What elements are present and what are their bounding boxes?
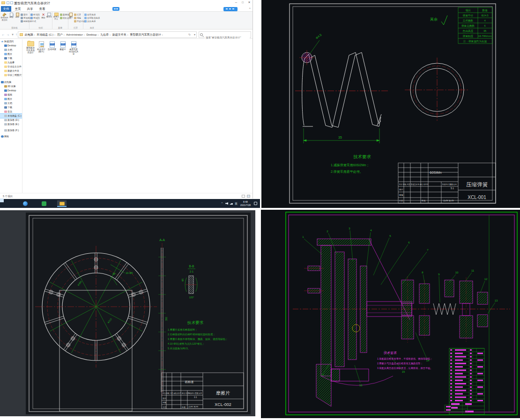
taskbar-green-app-button[interactable] <box>39 200 49 207</box>
explorer-icon <box>59 202 65 206</box>
sidebar-item-disk-d[interactable]: 新加卷 (D:) <box>0 118 22 122</box>
spring-side-view: Φ4.5 35 <box>295 33 388 143</box>
sidebar-item-pc-desktop[interactable]: Desktop <box>0 88 22 93</box>
crumb-disk-c[interactable]: 本地磁盘 (C:) <box>37 32 53 38</box>
hole-dia-label: Φ5 <box>182 278 184 281</box>
section-label: A-A <box>159 238 165 242</box>
move-to-button[interactable]: 移动到 <box>30 13 40 16</box>
sidebar-item-3d-drawings-folder[interactable]: 毕设三维图尺寸不全 <box>0 73 22 77</box>
copy-to-button[interactable]: 复制到 <box>30 16 40 20</box>
sidebar-item-network[interactable]: 网络 <box>0 134 22 139</box>
sidebar-item-disk-e[interactable]: 新加卷 (E:) <box>0 122 22 126</box>
notifications-icon[interactable] <box>254 202 257 205</box>
crumb-project-folder[interactable]: 重型载货汽车离合器设计 <box>130 32 161 38</box>
svg-text:2: 2 <box>327 230 328 233</box>
address-dropdown-chevron-icon[interactable]: ▾ <box>194 32 195 38</box>
crumb-users[interactable]: 用户 <box>57 32 63 38</box>
tab-home[interactable]: 主页 <box>12 6 23 12</box>
network-icon[interactable] <box>230 202 233 205</box>
file-item-folder[interactable]: 重型载货汽车离合器设计 <box>25 41 36 54</box>
crumb-new-folder[interactable]: 新建文件夹 <box>112 32 126 38</box>
taskbar-browser-button[interactable] <box>21 200 30 207</box>
tab-file[interactable]: 文件 <box>1 6 11 12</box>
sidebar-item-documents[interactable]: 文档 <box>0 48 22 52</box>
sidebar-item-new-folder[interactable]: 新建文件夹 <box>0 69 22 73</box>
taskbar-clock[interactable]: 8:48 2021/7/28 <box>240 200 251 206</box>
start-button[interactable] <box>2 200 11 207</box>
sidebar-item-pc-documents[interactable]: 文档 <box>0 101 22 105</box>
move-to-icon <box>30 14 33 16</box>
sheet-info: 共4张 第1张 <box>443 199 454 202</box>
breadcrumb[interactable]: 此电脑› 本地磁盘 (C:)› 用户› Administrator› Deskt… <box>18 31 197 38</box>
search-box[interactable] <box>199 31 251 38</box>
large-icons-view-toggle-icon[interactable] <box>247 195 250 198</box>
folder-icon <box>4 66 7 68</box>
dwg-file-icon: DWG <box>50 41 55 48</box>
sidebar-item-pc-pictures[interactable]: 图片 <box>0 97 22 101</box>
minimize-button[interactable]: ─ <box>233 0 239 5</box>
sidebar-item-videos[interactable]: 视频 <box>0 93 22 97</box>
ime-indicator[interactable]: 英 <box>235 202 238 206</box>
details-view-toggle-icon[interactable] <box>242 195 245 198</box>
sidebar-item-pc-downloads[interactable]: 下载 <box>0 105 22 110</box>
quick-access-toolbar-icon[interactable] <box>7 1 9 4</box>
back-button[interactable]: ← <box>1 32 6 37</box>
ribbon-collapse-chevron-icon[interactable]: ˄ <box>249 7 251 10</box>
sidebar-item-jiulinmo[interactable]: 九临摹 <box>0 60 22 65</box>
crumb-administrator[interactable]: Administrator <box>66 32 82 38</box>
rename-button[interactable]: 重命名 <box>46 13 52 20</box>
open-icon <box>74 14 76 16</box>
taskbar-explorer-button[interactable] <box>57 200 67 207</box>
delete-button[interactable]: ✕ 删除 <box>41 13 46 21</box>
sidebar-quick-access[interactable]: 快速访问 <box>0 39 22 44</box>
3d-objects-icon <box>4 85 7 88</box>
select-none-button[interactable]: 全部取消选择 <box>84 16 100 20</box>
header-blue-badge[interactable] <box>223 7 238 11</box>
tab-view[interactable]: 查看 <box>37 6 48 12</box>
sidebar-this-pc[interactable]: 此电脑 <box>0 80 22 84</box>
maximize-button[interactable]: □ <box>239 0 246 5</box>
close-button[interactable]: ✕ <box>246 0 253 5</box>
tray-chevron-icon[interactable]: ^ <box>222 202 223 205</box>
pin-icon <box>2 13 7 17</box>
select-all-button[interactable]: 全部选择 <box>84 13 100 16</box>
svg-text:Φ24.5: Φ24.5 <box>481 14 488 17</box>
invert-selection-button[interactable]: 反向选择 <box>84 20 100 23</box>
material-label: 60SiMn <box>430 170 441 175</box>
sidebar-item-thesis-folder[interactable]: 毕业论文文件 <box>0 65 22 69</box>
new-folder-button[interactable]: 新建文件夹 <box>53 13 59 20</box>
countersink-angle-label: 120° <box>189 296 194 299</box>
svg-text:15: 15 <box>402 370 405 373</box>
computer-icon <box>1 81 4 83</box>
paste-button[interactable]: 粘贴 <box>15 13 20 21</box>
sidebar-item-disk-c[interactable]: 本地磁盘 (C:) <box>0 114 22 118</box>
ribbon-blue-badge[interactable] <box>112 7 119 11</box>
forward-button[interactable]: → <box>6 32 10 37</box>
sidebar-item-desktop[interactable]: Desktop <box>0 44 22 48</box>
file-item-spring-dwg[interactable]: DWG 压缩弹簧 <box>47 41 57 51</box>
sidebar-item-pictures[interactable]: 图片 <box>0 52 22 56</box>
sidebar-item-music[interactable]: 音乐 <box>0 110 22 114</box>
crumb-this-pc[interactable]: 此电脑 <box>25 32 33 38</box>
volume-icon[interactable] <box>225 202 228 205</box>
wire-diameter-label: Φ4.5 <box>315 33 322 40</box>
svg-text:3.装配后离合器应操纵灵活，分离彻底，接合平稳。: 3.装配后离合器应操纵灵活，分离彻底，接合平稳。 <box>377 367 432 370</box>
explorer-window: 重型载货汽车离合器设计 ─ □ ✕ 文件 主页 共享 查看 ˄ 固定到快速访问 <box>0 0 253 199</box>
tab-share[interactable]: 共享 <box>24 6 36 12</box>
refresh-icon[interactable]: ↻ <box>188 32 191 38</box>
select-none-icon <box>84 17 87 19</box>
scale-value: 5:1 <box>451 187 454 190</box>
file-item-damper-dwg[interactable]: DWG 减震器及传动机CAD <box>68 41 79 55</box>
crumb-desktop[interactable]: Desktop <box>86 32 97 38</box>
properties-button[interactable]: 属性 <box>68 13 74 21</box>
side-dimension: 350 <box>165 317 168 321</box>
sidebar-item-disk-f[interactable]: 新加卷 (F:) <box>0 128 22 133</box>
file-item-friction-dwg[interactable]: DWG 摩擦片 <box>58 41 68 51</box>
pin-button[interactable]: 固定到快速访问 <box>0 13 8 21</box>
quick-access-toolbar-icon2[interactable] <box>10 1 13 4</box>
file-item-images[interactable]: 毕业设计(图片) <box>36 41 46 53</box>
copy-button[interactable]: 复制 <box>8 13 14 21</box>
crumb-jiulinmo[interactable]: 九临摹 <box>100 32 109 38</box>
sidebar-item-3d-objects[interactable]: 3D 对象 <box>0 84 22 88</box>
sidebar-item-downloads[interactable]: 下载 <box>0 56 22 60</box>
